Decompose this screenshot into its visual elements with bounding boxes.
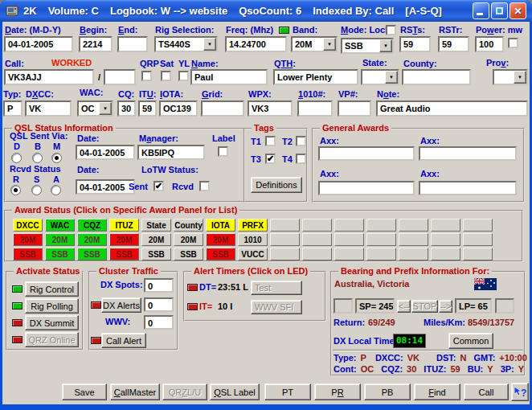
award-cell-empty[interactable] <box>431 248 460 260</box>
call-alert-button[interactable]: Call Alert <box>101 333 146 348</box>
it-timer-led[interactable] <box>187 303 198 310</box>
maximize-button[interactable] <box>491 2 508 19</box>
lotw-sent-checkbox[interactable]: ✔ <box>153 181 164 191</box>
award-cell-empty[interactable] <box>270 248 300 260</box>
award-cell-empty[interactable] <box>399 248 428 260</box>
rig-control-button[interactable]: Rig Control <box>25 281 79 297</box>
award-cell-empty[interactable] <box>302 248 332 260</box>
award-cell-empty[interactable] <box>399 219 428 232</box>
award-cell-empty[interactable] <box>463 233 493 246</box>
date-field[interactable]: 04-01-2005 <box>4 36 73 52</box>
t4-checkbox[interactable] <box>296 154 306 164</box>
award-cell[interactable]: PRFX <box>238 219 268 232</box>
award-cell[interactable]: SSB <box>174 248 203 260</box>
rig-polling-button[interactable]: Rig Polling <box>25 298 79 314</box>
mode-dropdown[interactable]: SSB ▼ <box>341 38 394 54</box>
award-cell-empty[interactable] <box>334 233 364 246</box>
axx1-field[interactable] <box>318 146 415 161</box>
qsl-label-button[interactable]: QSL Label <box>210 383 260 400</box>
award-cell[interactable]: 20M <box>174 233 203 246</box>
award-cell[interactable]: CQZ <box>77 219 107 232</box>
definitions-button[interactable]: Definitions <box>251 177 302 193</box>
minimize-button[interactable] <box>473 2 489 19</box>
award-cell[interactable]: SSB <box>13 248 43 260</box>
pt-button[interactable]: PT <box>264 383 311 400</box>
call-button[interactable]: Call <box>464 383 509 400</box>
award-cell-empty[interactable] <box>334 248 364 260</box>
freq-field[interactable]: 14.24700 <box>225 36 287 52</box>
award-cell-empty[interactable] <box>431 219 460 232</box>
award-cell[interactable]: 20M <box>141 233 171 246</box>
award-cell[interactable]: 20M <box>206 233 235 246</box>
rig-selection-dropdown[interactable]: TS440S ▼ <box>154 36 218 52</box>
award-cell[interactable]: 20M <box>45 233 75 246</box>
chevron-down-icon[interactable]: ▼ <box>323 38 336 51</box>
award-cell[interactable]: IOTA <box>206 219 235 232</box>
wac-dropdown[interactable]: OC ▼ <box>77 100 113 117</box>
typ-field[interactable]: P <box>3 100 23 117</box>
rsts-field[interactable]: 59 <box>399 36 431 52</box>
begin-field[interactable]: 2214 <box>79 36 113 52</box>
award-cell[interactable]: SSB <box>109 248 139 260</box>
find-button[interactable]: Find <box>414 383 460 400</box>
award-cell[interactable]: VUCC <box>238 248 268 260</box>
prov-dropdown[interactable]: ▼ <box>493 69 528 85</box>
qsl-rcvd-date-field[interactable]: 04-01-2005 <box>76 179 135 195</box>
band-dropdown[interactable]: 20M ▼ <box>291 36 338 52</box>
note-field[interactable]: Great Audio <box>376 100 528 117</box>
award-cell[interactable]: WAC <box>45 219 75 232</box>
dx-summit-button[interactable]: DX Summit <box>25 315 79 330</box>
label-checkbox[interactable] <box>218 146 228 157</box>
vp-field[interactable] <box>338 100 371 117</box>
dxcc-field[interactable]: VK <box>25 100 72 117</box>
dt-timer-led[interactable] <box>187 284 198 291</box>
rcvd-a-radio[interactable] <box>51 185 61 195</box>
chevron-down-icon[interactable]: ▼ <box>385 71 398 84</box>
award-cell[interactable]: 20M <box>77 233 107 246</box>
common-button[interactable]: Common <box>448 333 493 349</box>
award-cell[interactable]: SSB <box>141 248 171 260</box>
t1-checkbox[interactable] <box>265 136 276 146</box>
qrp-checkbox[interactable] <box>141 71 152 81</box>
award-cell-empty[interactable] <box>270 233 300 246</box>
award-cell[interactable]: ITUZ <box>109 219 139 232</box>
state-dropdown[interactable]: ▼ <box>361 69 399 85</box>
end-field[interactable] <box>117 36 148 52</box>
power-field[interactable]: 100 <box>475 36 504 52</box>
award-cell[interactable]: 20M <box>13 233 43 246</box>
itu-field[interactable]: 59 <box>138 100 157 117</box>
award-cell-empty[interactable] <box>463 219 493 232</box>
close-button[interactable]: ✕ <box>509 2 526 19</box>
award-cell-empty[interactable] <box>334 219 364 232</box>
cq-field[interactable]: 30 <box>117 100 136 117</box>
award-cell-empty[interactable] <box>366 219 396 232</box>
mode-lock-checkbox[interactable] <box>386 25 396 35</box>
save-button[interactable]: Save <box>62 383 107 400</box>
chevron-down-icon[interactable]: ▼ <box>379 39 392 52</box>
t2-checkbox[interactable] <box>296 136 306 146</box>
award-cell-empty[interactable] <box>463 248 493 260</box>
award-cell[interactable]: SSB <box>45 248 75 260</box>
grid-field[interactable] <box>201 100 244 117</box>
rcvd-s-radio[interactable] <box>31 185 42 195</box>
axx3-field[interactable] <box>318 181 415 195</box>
rcvd-r-radio[interactable] <box>10 185 21 195</box>
award-cell-empty[interactable] <box>366 233 396 246</box>
qth-field[interactable]: Lower Plenty <box>273 69 358 85</box>
tenten-field[interactable] <box>297 100 333 117</box>
titlebar[interactable]: 2K Volume: C Logbook: W --> website QsoC… <box>0 0 532 22</box>
rstr-field[interactable]: 59 <box>438 36 469 52</box>
call-suffix-field[interactable] <box>104 69 136 85</box>
award-cell[interactable]: DXCC <box>13 219 43 232</box>
sent-via-d-radio[interactable] <box>11 153 22 163</box>
award-cell[interactable]: 1010 <box>238 233 268 246</box>
award-cell[interactable]: SSB <box>77 248 107 260</box>
award-cell[interactable]: 20M <box>109 233 139 246</box>
chevron-down-icon[interactable]: ▼ <box>99 102 112 115</box>
manager-field[interactable]: KB5IPQ <box>137 145 205 160</box>
name-field[interactable]: Paul <box>190 69 268 85</box>
chevron-down-icon[interactable]: ▼ <box>514 71 526 84</box>
axx4-field[interactable] <box>419 181 517 195</box>
chevron-down-icon[interactable]: ▼ <box>203 38 216 51</box>
dx-alerts-button[interactable]: DX Alerts <box>101 297 141 313</box>
